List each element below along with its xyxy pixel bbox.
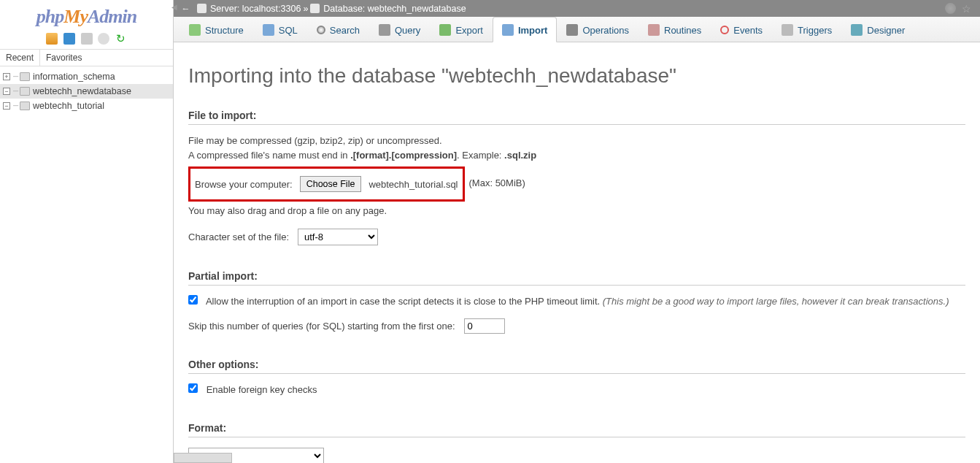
tab-events[interactable]: Events (711, 17, 772, 42)
tab-label: Routines (664, 25, 701, 36)
sidebar: phpMyAdmin ↻ Recent Favorites +─informat… (0, 0, 174, 463)
file-input-highlight: Browse your computer: Choose File webtec… (188, 167, 465, 202)
choose-file-button[interactable]: Choose File (300, 176, 362, 192)
section-file: File to import: File may be compressed (… (188, 110, 965, 245)
tab-operations[interactable]: Operations (557, 17, 638, 42)
breadcrumb-sep: » (303, 4, 308, 14)
tab-designer[interactable]: Designer (841, 17, 914, 42)
tree-expand-icon[interactable]: + (3, 73, 10, 80)
query-icon (379, 24, 390, 36)
section-partial-title: Partial import: (188, 270, 965, 286)
tab-export[interactable]: Export (430, 17, 493, 42)
docs-icon[interactable] (81, 33, 93, 45)
dragdrop-hint: You may also drag and drop a file on any… (188, 204, 965, 218)
fk-checks-checkbox[interactable] (188, 383, 198, 393)
events-icon (720, 26, 729, 34)
tab-label: Events (733, 25, 763, 36)
tab-query[interactable]: Query (369, 17, 430, 42)
charset-select[interactable]: utf-8 (298, 229, 378, 245)
sidebar-toolbar: ↻ (0, 31, 173, 49)
tab-import[interactable]: Import (493, 17, 557, 42)
routines-icon (648, 24, 660, 36)
db-tree-item[interactable]: −─webtechh_newdatabase (0, 84, 173, 99)
allow-interrupt-label: Allow the interruption of an import in c… (206, 296, 603, 307)
import-icon (502, 24, 514, 36)
collapse-nav-icon[interactable]: ← (181, 4, 190, 14)
structure-icon (189, 24, 201, 36)
file-hint-2: A compressed file's name must end in .[f… (188, 148, 965, 163)
allow-interrupt-checkbox[interactable] (188, 295, 198, 305)
fk-checks-label: Enable foreign key checks (207, 384, 317, 395)
tab-label: Export (455, 25, 483, 36)
logo[interactable]: phpMyAdmin (0, 0, 173, 31)
tab-routines[interactable]: Routines (638, 17, 711, 42)
charset-label: Character set of the file: (188, 232, 289, 242)
home-icon[interactable] (46, 33, 58, 45)
content: Importing into the database "webtechh_ne… (174, 42, 980, 463)
operations-icon (566, 24, 578, 36)
tree-expand-icon[interactable]: − (3, 88, 10, 95)
breadcrumb-database[interactable]: Database: webtechh_newdatabase (323, 4, 466, 14)
tab-label: Query (395, 25, 420, 36)
db-name: webtechh_tutorial (33, 101, 104, 111)
status-strip (174, 453, 232, 463)
tree-expand-icon[interactable]: − (3, 102, 10, 110)
logout-icon[interactable] (63, 33, 75, 45)
tab-label: Search (330, 25, 360, 36)
recent-favorites-tabs: Recent Favorites (0, 49, 173, 66)
db-tree-item[interactable]: +─information_schema (0, 69, 173, 84)
settings-icon[interactable] (98, 33, 109, 45)
tab-label: Designer (867, 25, 905, 36)
triggers-icon (782, 24, 793, 36)
section-other-title: Other options: (188, 359, 965, 374)
panel-resize-handle[interactable]: ◀ (172, 0, 177, 463)
tab-structure[interactable]: Structure (180, 17, 253, 42)
breadcrumb: ← Server: localhost:3306 » Database: web… (174, 0, 980, 17)
tab-label: Import (518, 25, 547, 36)
database-icon (20, 87, 30, 96)
db-name: webtechh_newdatabase (33, 86, 131, 96)
section-format: Format: SQL (188, 422, 965, 464)
breadcrumb-server[interactable]: Server: localhost:3306 (210, 4, 301, 14)
database-tree: +─information_schema−─webtechh_newdataba… (0, 66, 173, 116)
max-size-label: (Max: 50MiB) (469, 177, 525, 188)
page-title: Importing into the database "webtechh_ne… (188, 64, 965, 88)
file-hint-1: File may be compressed (gzip, bzip2, zip… (188, 134, 965, 148)
search-icon (317, 26, 325, 34)
tab-label: SQL (279, 25, 298, 36)
skip-queries-input[interactable] (464, 318, 505, 334)
tab-triggers[interactable]: Triggers (772, 17, 841, 42)
tab-sql[interactable]: SQL (253, 17, 307, 42)
section-other: Other options: Enable foreign key checks (188, 359, 965, 397)
page-settings-icon[interactable] (945, 3, 956, 14)
tab-search[interactable]: Search (307, 17, 369, 42)
tab-label: Triggers (798, 25, 832, 36)
db-name: information_schema (33, 72, 115, 82)
sql-icon (263, 24, 274, 36)
section-partial: Partial import: Allow the interruption o… (188, 270, 965, 334)
database-icon (310, 4, 320, 13)
tab-label: Operations (582, 25, 629, 36)
top-tabs: StructureSQLSearchQueryExportImportOpera… (174, 17, 980, 42)
main-panel: ◀ ← Server: localhost:3306 » Database: w… (174, 0, 980, 463)
chosen-filename: webtechh_tutorial.sql (369, 179, 458, 190)
skip-queries-label: Skip this number of queries (for SQL) st… (188, 321, 455, 332)
tab-favorites[interactable]: Favorites (40, 50, 88, 66)
server-icon (197, 4, 207, 13)
favorite-icon[interactable]: ☆ (962, 3, 973, 14)
browse-label: Browse your computer: (195, 179, 293, 190)
section-format-title: Format: (188, 422, 965, 437)
database-icon (20, 72, 30, 81)
db-tree-item[interactable]: −─webtechh_tutorial (0, 99, 173, 113)
tab-label: Structure (205, 25, 244, 36)
tab-recent[interactable]: Recent (0, 50, 40, 66)
database-icon (20, 102, 30, 110)
designer-icon (851, 24, 863, 36)
section-file-title: File to import: (188, 110, 965, 125)
allow-interrupt-note: (This might be a good way to import larg… (603, 296, 949, 307)
export-icon (439, 24, 451, 36)
reload-icon[interactable]: ↻ (115, 33, 127, 45)
